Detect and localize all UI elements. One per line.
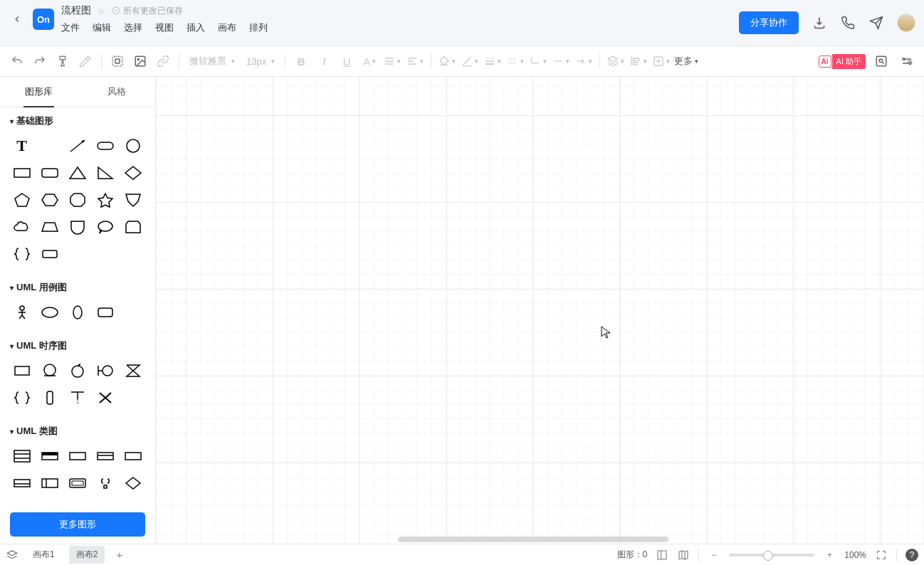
shape-hexagon[interactable] (38, 190, 61, 210)
shape-class-sidebar[interactable] (38, 473, 61, 493)
menu-file[interactable]: 文件 (61, 21, 80, 34)
menu-select[interactable]: 选择 (124, 21, 142, 34)
zoom-out-button[interactable]: − (708, 549, 720, 561)
layers-icon[interactable] (6, 549, 19, 561)
shape-class-diamond[interactable] (122, 473, 145, 493)
stroke-style-button[interactable] (505, 51, 525, 71)
more-button[interactable]: 更多▾ (674, 55, 698, 68)
category-uml-sequence[interactable]: UML 时序图 (0, 332, 155, 355)
shape-seq-braces[interactable] (10, 388, 33, 408)
shape-diamond[interactable] (122, 163, 145, 183)
shape-hourglass[interactable] (122, 361, 145, 381)
shape-teardrop[interactable] (65, 217, 89, 237)
shape-class-3[interactable] (10, 446, 33, 466)
font-family-select[interactable]: 微软雅黑 (185, 55, 239, 68)
fullscreen-button[interactable] (875, 549, 888, 561)
shape-boundary[interactable] (94, 361, 117, 381)
stroke-color-button[interactable] (460, 51, 480, 71)
canvas-tab-2[interactable]: 画布2 (69, 546, 105, 564)
align-button[interactable] (405, 51, 425, 71)
image-button[interactable] (130, 51, 150, 71)
canvas-area[interactable] (156, 77, 924, 544)
layout-icon[interactable] (656, 549, 668, 561)
container-button[interactable] (107, 51, 127, 71)
back-button[interactable] (9, 11, 26, 28)
line-height-button[interactable] (382, 51, 402, 71)
user-avatar[interactable] (897, 14, 915, 32)
shape-class-title[interactable] (38, 446, 61, 466)
shape-class-empty[interactable] (122, 446, 145, 466)
arrow-start-button[interactable] (551, 51, 571, 71)
shape-class-simple[interactable] (65, 446, 89, 466)
menu-insert[interactable]: 插入 (187, 21, 205, 34)
help-button[interactable]: ? (905, 549, 918, 561)
align-objects-button[interactable] (629, 51, 649, 71)
horizontal-scrollbar[interactable] (398, 537, 668, 542)
search-in-canvas-button[interactable] (871, 51, 891, 71)
shape-rectangle[interactable] (10, 163, 33, 183)
shape-cloud[interactable] (10, 217, 33, 237)
map-icon[interactable] (677, 549, 690, 561)
phone-icon[interactable] (840, 15, 856, 31)
more-shapes-button[interactable]: 更多图形 (10, 512, 145, 537)
zoom-slider[interactable] (729, 554, 814, 556)
font-size-select[interactable]: 13px (242, 56, 279, 67)
share-button[interactable]: 分享协作 (739, 11, 799, 34)
format-painter-button[interactable] (53, 51, 73, 71)
shape-rounded-rectangle[interactable] (38, 163, 61, 183)
shape-note[interactable] (38, 136, 61, 156)
shape-class-double[interactable] (65, 473, 89, 493)
zoom-level[interactable]: 100% (844, 550, 866, 560)
tab-shape-library[interactable]: 图形库 (0, 77, 78, 107)
shape-text[interactable]: T (10, 136, 33, 156)
shape-braces[interactable] (10, 244, 33, 264)
shape-shield[interactable] (122, 190, 145, 210)
shape-octagon[interactable] (65, 190, 89, 210)
shape-usecase-ellipse[interactable] (38, 302, 61, 322)
underline-button[interactable]: U (337, 51, 357, 71)
shape-entity[interactable] (38, 361, 61, 381)
undo-button[interactable] (7, 51, 27, 71)
shape-folder[interactable] (122, 217, 145, 237)
category-basic-shapes[interactable]: 基础图形 (0, 107, 155, 130)
zoom-in-button[interactable]: + (823, 549, 836, 561)
category-uml-usecase[interactable]: UML 用例图 (0, 274, 155, 297)
layer-stack-button[interactable] (606, 51, 626, 71)
collapse-toolbar-button[interactable] (901, 53, 918, 70)
menu-arrange[interactable]: 排列 (249, 21, 268, 34)
shape-arrow-line[interactable] (65, 136, 89, 156)
arrow-end-button[interactable] (574, 51, 594, 71)
group-button[interactable] (651, 51, 671, 71)
category-uml-class[interactable]: UML 类图 (0, 418, 155, 440)
tab-style[interactable]: 风格 (78, 77, 155, 107)
shape-class-footer[interactable] (10, 473, 33, 493)
text-color-button[interactable]: A (359, 51, 379, 71)
redo-button[interactable] (30, 51, 50, 71)
shape-triangle[interactable] (65, 163, 89, 183)
fill-color-button[interactable] (437, 51, 457, 71)
ai-assistant-button[interactable]: Ai AI 助手 (819, 54, 866, 69)
shape-destroy[interactable] (94, 388, 117, 408)
stroke-width-button[interactable] (483, 51, 503, 71)
shape-rounded-rect[interactable] (94, 136, 117, 156)
send-icon[interactable] (868, 15, 884, 31)
shape-deletion[interactable] (65, 388, 89, 408)
shape-activation[interactable] (38, 388, 61, 408)
bold-button[interactable]: B (291, 51, 311, 71)
connector-button[interactable] (528, 51, 548, 71)
canvas-tab-1[interactable]: 画布1 (26, 546, 62, 564)
shape-usecase-oval[interactable] (65, 302, 89, 322)
shape-control[interactable] (65, 361, 89, 381)
shape-star[interactable] (94, 190, 117, 210)
shape-actor[interactable] (10, 302, 33, 322)
italic-button[interactable]: I (314, 51, 334, 71)
favorite-star-icon[interactable]: ☆ (97, 5, 106, 16)
shape-lifeline-rect[interactable] (10, 361, 33, 381)
add-canvas-button[interactable]: + (112, 549, 127, 561)
shape-trapezoid[interactable] (38, 217, 61, 237)
document-title[interactable]: 流程图 (61, 4, 91, 17)
canvas-grid[interactable] (156, 77, 924, 544)
menu-edit[interactable]: 编辑 (93, 21, 111, 34)
download-icon[interactable] (812, 15, 827, 31)
menu-canvas[interactable]: 画布 (218, 21, 236, 34)
